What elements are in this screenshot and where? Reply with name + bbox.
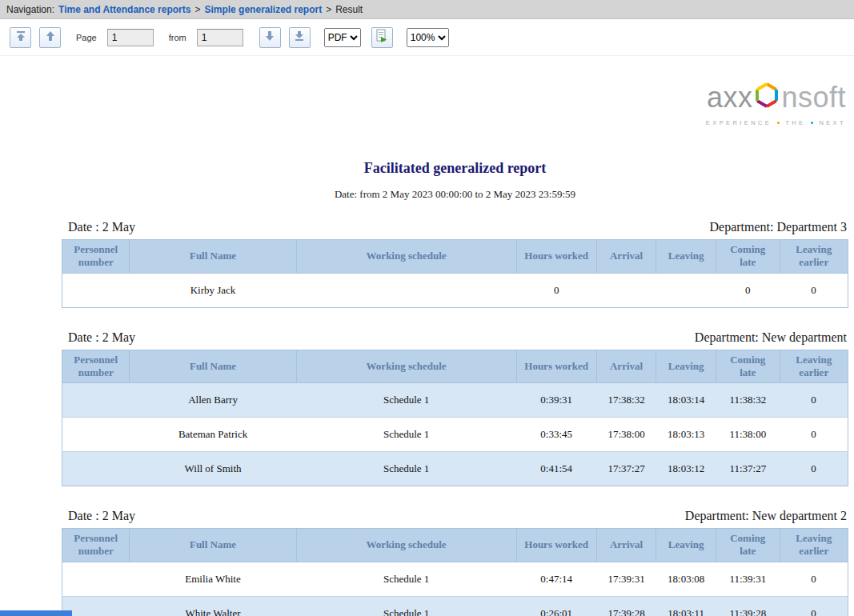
breadcrumb-separator: > bbox=[194, 4, 200, 15]
table-cell: 11:37:27 bbox=[716, 452, 780, 486]
table-row: Bateman PatrickSchedule 10:33:4517:38:00… bbox=[62, 418, 848, 452]
table-cell bbox=[596, 273, 656, 307]
table-cell bbox=[62, 383, 130, 418]
breadcrumb-separator: > bbox=[326, 4, 331, 15]
section-date-label: Date : 2 May bbox=[68, 220, 135, 234]
table-cell: 18:03:11 bbox=[656, 596, 716, 616]
section-date-label: Date : 2 May bbox=[68, 509, 135, 523]
column-header: Leaving bbox=[656, 240, 716, 274]
table-cell: 0 bbox=[780, 452, 848, 486]
table-cell: 0:33:45 bbox=[516, 418, 596, 452]
previous-page-button[interactable] bbox=[39, 27, 61, 48]
table-cell: 0 bbox=[780, 383, 848, 418]
report-table: Personnel numberFull NameWorking schedul… bbox=[62, 350, 848, 487]
logo-text-left: axx bbox=[707, 83, 753, 112]
table-cell: 18:03:08 bbox=[656, 562, 716, 596]
report-viewer: axx nsoft EXPERIENCETHENEXT Facilitated … bbox=[0, 82, 854, 616]
logo-text-right: nsoft bbox=[781, 83, 846, 112]
table-cell: 0:39:31 bbox=[516, 383, 596, 418]
column-header: Personnel number bbox=[62, 240, 130, 274]
table-cell: 17:39:31 bbox=[596, 562, 656, 596]
column-header: Arrival bbox=[596, 529, 656, 562]
column-header: Hours worked bbox=[516, 350, 596, 383]
column-header: Coming late bbox=[716, 350, 780, 383]
tagline-word: EXPERIENCE bbox=[706, 119, 772, 126]
table-row: White WalterSchedule 10:26:0117:39:2818:… bbox=[62, 596, 848, 616]
page-count-input[interactable] bbox=[197, 29, 243, 46]
export-report-icon bbox=[375, 29, 389, 46]
table-cell: 11:38:00 bbox=[716, 418, 780, 452]
report-section: Date : 2 MayDepartment: New departmentPe… bbox=[62, 330, 848, 487]
report-table: Personnel numberFull NameWorking schedul… bbox=[62, 239, 848, 308]
first-page-button[interactable] bbox=[10, 27, 31, 48]
section-header: Date : 2 MayDepartment: New department 2 bbox=[62, 509, 848, 528]
breadcrumb: Navigation: Time and Attendance reports … bbox=[0, 0, 854, 19]
logo-tagline: EXPERIENCETHENEXT bbox=[706, 119, 846, 126]
axxonsoft-logo: axx nsoft EXPERIENCETHENEXT bbox=[0, 82, 846, 126]
arrow-down-icon bbox=[264, 30, 275, 44]
column-header: Full Name bbox=[130, 529, 296, 562]
table-cell: Schedule 1 bbox=[296, 452, 516, 486]
export-button[interactable] bbox=[371, 27, 393, 48]
report-section: Date : 2 MayDepartment: Department 3Pers… bbox=[62, 220, 848, 308]
table-cell bbox=[62, 452, 130, 486]
report-toolbar: Page from PDF 100% bbox=[0, 19, 854, 56]
table-cell: Schedule 1 bbox=[296, 418, 516, 452]
table-cell: 18:03:13 bbox=[656, 418, 716, 452]
column-header: Leaving earlier bbox=[780, 350, 848, 383]
section-header: Date : 2 MayDepartment: New department bbox=[62, 330, 848, 350]
table-cell: 17:37:27 bbox=[596, 452, 656, 486]
horizontal-scrollbar-thumb[interactable] bbox=[0, 610, 72, 616]
column-header: Hours worked bbox=[516, 240, 596, 274]
page-number-input[interactable] bbox=[107, 29, 154, 46]
table-cell: 17:38:00 bbox=[596, 418, 656, 452]
tagline-dot-icon bbox=[811, 122, 813, 124]
section-header: Date : 2 MayDepartment: Department 3 bbox=[62, 220, 848, 239]
column-header: Leaving earlier bbox=[780, 529, 848, 562]
table-cell bbox=[656, 273, 716, 307]
column-header: Coming late bbox=[716, 240, 780, 274]
table-cell: 18:03:14 bbox=[656, 383, 716, 418]
section-date-label: Date : 2 May bbox=[68, 330, 135, 345]
tagline-word: NEXT bbox=[819, 119, 846, 126]
report-subtitle: Date: from 2 May 2023 00:00:00 to 2 May … bbox=[62, 188, 848, 201]
table-cell: 0 bbox=[780, 273, 848, 307]
column-header: Full Name bbox=[130, 350, 296, 383]
column-header: Arrival bbox=[596, 240, 656, 274]
zoom-select[interactable]: 100% bbox=[407, 28, 449, 47]
arrow-up-icon bbox=[45, 30, 56, 44]
column-header: Working schedule bbox=[296, 529, 516, 562]
column-header: Personnel number bbox=[62, 350, 130, 383]
table-row: Emilia WhiteSchedule 10:47:1417:39:3118:… bbox=[62, 562, 848, 596]
table-cell: 18:03:12 bbox=[656, 452, 716, 486]
report-title: Facilitated generalized report bbox=[62, 160, 848, 177]
column-header: Personnel number bbox=[62, 529, 130, 562]
table-cell: 0 bbox=[780, 596, 848, 616]
table-cell: 11:38:32 bbox=[716, 383, 780, 418]
report-sections: Date : 2 MayDepartment: Department 3Pers… bbox=[0, 220, 854, 616]
report-section: Date : 2 MayDepartment: New department 2… bbox=[62, 509, 848, 616]
report-table: Personnel numberFull NameWorking schedul… bbox=[62, 528, 848, 616]
export-format-select[interactable]: PDF bbox=[324, 28, 361, 47]
nav-link-simple-generalized-report[interactable]: Simple generalized report bbox=[204, 4, 322, 15]
last-page-button[interactable] bbox=[289, 27, 311, 48]
column-header: Coming late bbox=[716, 529, 780, 562]
table-cell: Schedule 1 bbox=[296, 596, 516, 616]
next-page-button[interactable] bbox=[259, 27, 281, 48]
from-label: from bbox=[169, 33, 186, 42]
nav-prefix: Navigation: bbox=[6, 4, 54, 15]
arrow-down-to-bottom-icon bbox=[294, 30, 305, 44]
tagline-word: THE bbox=[785, 119, 805, 126]
nav-link-time-attendance-reports[interactable]: Time and Attendance reports bbox=[58, 4, 190, 15]
table-cell: 0:41:54 bbox=[516, 452, 596, 486]
section-department-label: Department: New department 2 bbox=[685, 509, 847, 523]
table-cell bbox=[62, 596, 130, 616]
table-cell: Bateman Patrick bbox=[130, 418, 296, 452]
page-label: Page bbox=[76, 33, 97, 42]
table-cell: Schedule 1 bbox=[296, 383, 516, 418]
table-cell: 0:47:14 bbox=[516, 562, 596, 596]
table-cell: Allen Barry bbox=[130, 383, 296, 418]
table-cell: 0 bbox=[516, 273, 596, 307]
table-row: Allen BarrySchedule 10:39:3117:38:3218:0… bbox=[62, 383, 848, 418]
table-cell: 17:38:32 bbox=[596, 383, 656, 418]
